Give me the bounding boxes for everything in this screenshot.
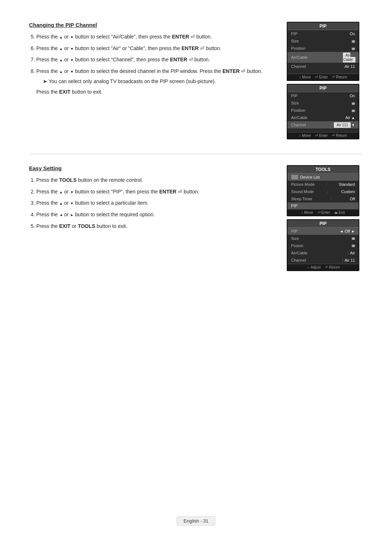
- aircable-value-box: AirCable: [343, 53, 355, 62]
- easy-step-1: Press the TOOLS button on the remote con…: [36, 176, 276, 184]
- tools-bold2: TOOLS: [78, 223, 95, 229]
- press-exit-note: Press the EXIT button to exit.: [36, 88, 276, 96]
- pip-left-arrow: [340, 229, 343, 233]
- up-arrow-icon: [59, 34, 63, 40]
- easy-steps-list: Press the TOOLS button on the remote con…: [29, 176, 276, 230]
- down-arrow-icon3: [70, 57, 74, 62]
- tools-bold1: TOOLS: [59, 177, 77, 183]
- left-arrow-easy: [59, 212, 63, 217]
- pip-step-5: Press the or button to select "Air/Cable…: [36, 33, 276, 41]
- up-arrow-icon3: [59, 57, 63, 62]
- section-divider: [29, 154, 363, 154]
- down-arrow-icon5: [351, 123, 355, 127]
- channel-value-box: Air 111: [334, 123, 350, 127]
- easy-step-4: Press the or button to select the requir…: [36, 211, 276, 219]
- enter-bold3: ENTER: [170, 57, 187, 62]
- device-icon: [291, 175, 298, 180]
- device-list-row: Device List: [287, 173, 359, 181]
- up-arrow-icon2: [59, 45, 63, 51]
- enter-bold-easy: ENTER: [159, 189, 176, 195]
- tools-sound-mode-row: Sound Mode : Custom: [287, 188, 359, 195]
- easy-section-title: Easy Setting: [29, 165, 276, 171]
- pip-sub-screen: PIP PIP Off Size Posion: [287, 219, 359, 271]
- down-arrow-icon: [70, 34, 74, 40]
- easy-instructions: Easy Setting Press the TOOLS button on t…: [29, 165, 276, 271]
- pip-right-arrow: [351, 229, 355, 233]
- easy-step-3: Press the or button to select a particul…: [36, 199, 276, 207]
- pip-screen2-row-size: Size: [287, 99, 359, 107]
- exit-bold2: EXIT: [59, 223, 70, 229]
- easy-step-5: Press the EXIT or TOOLS button to exit.: [36, 222, 276, 230]
- pip-sub-row-size: Size: [287, 235, 359, 242]
- pip-screen2-title: PIP: [287, 85, 359, 92]
- pip-section-title: Changing the PIP Channel: [29, 22, 276, 28]
- device-list-label: Device List: [300, 175, 320, 179]
- up-arrow-icon5: [351, 115, 355, 120]
- easy-screens-col: TOOLS Device List Picture Mode : Standar…: [287, 165, 363, 271]
- page-footer: English - 31: [0, 516, 392, 525]
- pip-sub-note: You can select only analog TV broadcasts…: [43, 78, 276, 86]
- pip-step-7: Press the or button to select "Channel",…: [36, 56, 276, 64]
- footer-badge: English - 31: [177, 516, 216, 525]
- down-arrow-easy2: [70, 200, 74, 206]
- down-arrow-easy1: [70, 189, 74, 195]
- tools-pip-row: PIP: [287, 202, 359, 209]
- down-arrow-icon4: [70, 68, 74, 74]
- pip-screens-col: PIP PIP On Size Position Air/Cable AirCa…: [287, 22, 363, 139]
- tools-screen: TOOLS Device List Picture Mode : Standar…: [287, 165, 359, 216]
- pip-screen1-row-size: Size: [287, 37, 359, 45]
- easy-step-2: Press the or button to select "PIP", the…: [36, 188, 276, 196]
- pip-sub-row-aircable: Air/Cable : Air: [287, 249, 359, 257]
- position-icon: [352, 48, 355, 50]
- pip-screen1-title: PIP: [287, 22, 359, 30]
- size-icon: [352, 40, 355, 43]
- pip-sub-row-posion: Posion: [287, 242, 359, 249]
- enter-bold2: ENTER: [181, 45, 199, 51]
- enter-bold4: ENTER: [222, 68, 240, 74]
- pip-screen2-row-aircable: Air/Cable Air: [287, 114, 359, 121]
- pip-step-8: Press the or button to select the desire…: [36, 68, 276, 96]
- up-arrow-easy1: [59, 189, 63, 195]
- pip-screen2-row-position: Position: [287, 107, 359, 114]
- tools-picture-mode-row: Picture Mode : Standard: [287, 181, 359, 188]
- tools-sleep-timer-row: Sleep Timer : Off: [287, 195, 359, 202]
- pip-channel-section: Changing the PIP Channel Press the or bu…: [29, 22, 363, 139]
- pip-screen1: PIP PIP On Size Position Air/Cable AirCa…: [287, 22, 359, 81]
- pip-screen1-row-aircable: Air/Cable AirCable: [287, 52, 359, 63]
- enter-bold: ENTER: [172, 34, 189, 40]
- pip-step-6: Press the or button to select "Air" or "…: [36, 45, 276, 53]
- pip-screen1-row-pip: PIP On: [287, 30, 359, 37]
- up-arrow-icon4: [59, 68, 63, 74]
- pip-screen1-footer: ↕ Move ⏎ Enter ↶ Return: [287, 74, 359, 80]
- pip-sub-screen-footer: ↔ Adjust ↶ Return: [287, 264, 359, 270]
- pip-screen2: PIP PIP On Size Position Air/Cable Air: [287, 84, 359, 139]
- tools-screen-footer: ↕ Move ⏎ Enter ⏏ Exit: [287, 209, 359, 216]
- pip-screen2-footer: ↕ Move ⏎ Enter ↶ Return: [287, 132, 359, 139]
- pip-screen2-row-pip: PIP On: [287, 92, 359, 99]
- pip-screen2-row-channel: Channel Air 111: [287, 121, 359, 128]
- right-arrow-easy: [70, 212, 74, 217]
- pip-sub-screen-title: PIP: [287, 220, 359, 228]
- pip-screen1-row-position: Position: [287, 45, 359, 52]
- tools-screen-title: TOOLS: [287, 166, 359, 173]
- size-icon2: [352, 102, 355, 105]
- up-arrow-easy2: [59, 200, 63, 206]
- pip-sub-row-pip: PIP Off: [287, 228, 359, 235]
- easy-setting-section: Easy Setting Press the TOOLS button on t…: [29, 165, 363, 271]
- pip-instructions: Changing the PIP Channel Press the or bu…: [29, 22, 276, 139]
- pip-steps-list: Press the or button to select "Air/Cable…: [29, 33, 276, 96]
- pip-sub-row-channel: Channel : Air 11: [287, 257, 359, 264]
- position-icon2: [352, 110, 355, 112]
- pip-posion-icon: [352, 245, 355, 247]
- pip-screen1-row-channel: Channel Air 11: [287, 63, 359, 70]
- exit-bold: EXIT: [59, 89, 70, 95]
- pip-size-icon: [352, 237, 355, 240]
- down-arrow-icon2: [70, 45, 74, 51]
- page-content: Changing the PIP Channel Press the or bu…: [0, 0, 392, 307]
